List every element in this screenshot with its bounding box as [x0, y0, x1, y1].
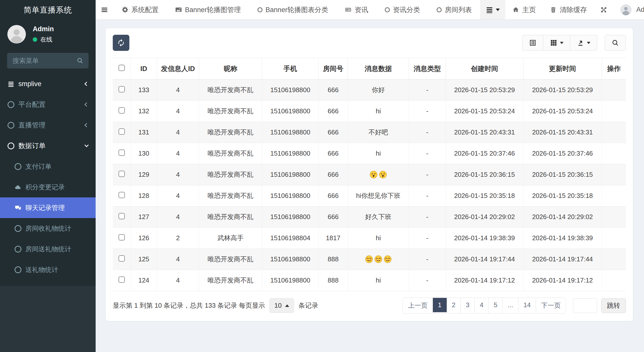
cell-checkbox [113, 101, 131, 122]
row-checkbox[interactable] [119, 171, 125, 177]
nav-menu-dropdown-button[interactable] [480, 0, 505, 19]
cell-sender: 4 [157, 122, 199, 143]
sidebar-item-数据订单[interactable]: 数据订单 [0, 135, 96, 156]
caret-up-icon [285, 304, 289, 307]
sidebar-item-label: 平台配置 [18, 100, 46, 109]
toggle-view-button[interactable] [522, 35, 543, 51]
cell-updated: 2026-01-15 20:36:15 [523, 164, 602, 185]
sidebar-item-房间收礼物统计[interactable]: 房间收礼物统计 [0, 218, 96, 239]
nav-link-label: 资讯分类 [393, 5, 420, 14]
sidebar-item-房间送礼物统计[interactable]: 房间送礼物统计 [0, 239, 96, 259]
table-search-button[interactable] [605, 35, 626, 51]
cell-phone: 15106198800 [262, 249, 318, 270]
search-icon[interactable] [77, 57, 84, 64]
cell-sender: 4 [157, 206, 199, 228]
row-checkbox[interactable] [119, 255, 125, 262]
sidebar-item-聊天记录管理[interactable]: 聊天记录管理 [0, 197, 96, 218]
row-checkbox[interactable] [119, 107, 125, 114]
nav-link-3[interactable]: 资讯 [336, 5, 376, 14]
page-2[interactable]: 2 [447, 298, 461, 312]
cell-type: - [409, 101, 446, 122]
circle-icon [8, 101, 14, 108]
refresh-button[interactable] [113, 35, 129, 51]
user-status: 在线 [33, 36, 54, 44]
row-checkbox[interactable] [119, 213, 125, 219]
cell-checkbox [113, 206, 131, 228]
column-header-3: 手机 [262, 58, 318, 80]
nav-link-label: 房间列表 [445, 5, 472, 14]
row-checkbox[interactable] [119, 192, 125, 198]
table-toolbar [113, 35, 626, 51]
jump-button[interactable]: 跳转 [601, 298, 626, 313]
table-footer: 显示第 1 到第 10 条记录，总共 133 条记录 每页显示 10 条记录 上… [113, 298, 626, 313]
fullscreen-button[interactable] [594, 0, 614, 19]
cell-type: - [409, 122, 446, 143]
cell-updated: 2026-01-14 19:17:12 [523, 270, 602, 291]
select-all-checkbox[interactable] [119, 65, 125, 71]
nav-clear-cache[interactable]: 清除缓存 [543, 0, 594, 19]
cell-checkbox [113, 80, 131, 101]
list-icon [8, 81, 14, 87]
cell-updated: 2026-01-14 19:17:44 [523, 249, 602, 270]
user-panel: Admin 在线 [0, 20, 96, 46]
page-1[interactable]: 1 [433, 298, 446, 312]
column-header-2: 昵称 [199, 58, 262, 80]
sidebar-item-直播管理[interactable]: 直播管理 [0, 115, 96, 135]
sidebar-item-label: 送礼物统计 [25, 265, 58, 274]
sidebar-toggle-button[interactable] [96, 6, 113, 14]
chat-records-table: ID发信息人ID昵称手机房间号消息数据消息类型创建时间更新时间操作 1334唯恐… [113, 58, 626, 291]
cell-nickname: 唯恐开发商不乱 [199, 143, 262, 164]
page-item: 2 [447, 298, 461, 313]
page-size-value: 10 [274, 302, 282, 309]
cell-sender: 2 [157, 228, 199, 249]
row-checkbox[interactable] [119, 150, 125, 156]
sidebar-item-支付订单[interactable]: 支付订单 [0, 156, 96, 177]
cell-nickname: 唯恐开发商不乱 [199, 101, 262, 122]
page-item: 14 [518, 298, 536, 313]
smiling-emoji-icon [374, 255, 383, 263]
jump-page-input[interactable] [573, 298, 597, 313]
cell-room: 888 [319, 270, 348, 291]
sidebar-item-smplive[interactable]: smplive [0, 74, 96, 94]
page-14[interactable]: 14 [518, 298, 536, 312]
column-header-8: 更新时间 [523, 58, 602, 80]
row-checkbox[interactable] [119, 86, 125, 92]
nav-link-4[interactable]: 资讯分类 [376, 5, 428, 14]
nav-link-5[interactable]: 房间列表 [428, 5, 480, 14]
nav-link-label: 系统配置 [131, 5, 159, 14]
page-5[interactable]: 5 [489, 298, 502, 312]
nav-user-name: Admin [636, 6, 644, 14]
prev-page-button[interactable]: 上一页 [403, 298, 433, 313]
caret-down-icon [496, 9, 500, 11]
main-content: ID发信息人ID昵称手机房间号消息数据消息类型创建时间更新时间操作 1334唯恐… [96, 20, 644, 352]
row-checkbox[interactable] [119, 234, 125, 240]
page-3[interactable]: 3 [461, 298, 474, 312]
nav-user-menu[interactable]: Admin [614, 0, 644, 19]
page-size-select[interactable]: 10 [270, 298, 294, 313]
page-4[interactable]: 4 [475, 298, 488, 312]
sidebar-item-送礼物统计[interactable]: 送礼物统计 [0, 259, 96, 280]
columns-dropdown-button[interactable] [543, 35, 570, 51]
row-checkbox[interactable] [119, 276, 125, 283]
sidebar-item-平台配置[interactable]: 平台配置 [0, 94, 96, 115]
nav-home[interactable]: 主页 [505, 0, 543, 19]
next-page-button[interactable]: 下一页 [536, 298, 566, 313]
cell-sender: 4 [157, 80, 199, 101]
cell-id: 133 [131, 80, 157, 101]
cell-nickname: 唯恐开发商不乱 [199, 206, 262, 228]
cell-message [348, 249, 409, 270]
sidebar-item-label: 数据订单 [18, 141, 46, 150]
nav-link-0[interactable]: 系统配置 [113, 5, 167, 14]
nav-link-2[interactable]: Banner轮播图表分类 [249, 5, 336, 14]
hamburger-icon [101, 6, 108, 14]
cell-sender: 4 [157, 164, 199, 185]
export-dropdown-button[interactable] [570, 35, 597, 51]
nav-link-1[interactable]: Banner轮播图管理 [167, 5, 249, 14]
nav-clear-cache-label: 清除缓存 [560, 5, 587, 14]
cell-created: 2026-01-14 19:38:39 [446, 228, 523, 249]
sidebar-item-积分变更记录[interactable]: 积分变更记录 [0, 177, 96, 197]
row-checkbox[interactable] [119, 128, 125, 135]
cell-nickname: 唯恐开发商不乱 [199, 80, 262, 101]
cell-room: 666 [319, 206, 348, 228]
circle-icon [15, 163, 21, 170]
